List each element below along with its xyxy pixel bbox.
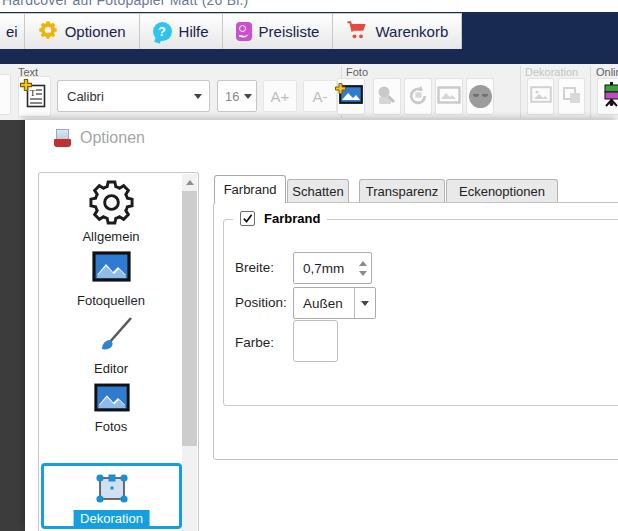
dialog-titlebar: Optionen <box>54 129 145 147</box>
app-logo-icon <box>54 129 71 147</box>
add-text-button[interactable]: T <box>18 76 51 117</box>
sidebar-label-fotos[interactable]: Fotos <box>39 419 183 434</box>
farbe-color-swatch[interactable] <box>293 320 338 362</box>
tab-transparenz[interactable]: Transparenz <box>359 179 445 203</box>
breite-value: 0,7mm <box>303 261 344 276</box>
rotate-icon <box>406 84 430 110</box>
sidebar-item-dekoration[interactable]: Dekoration <box>41 463 182 529</box>
tab-eckenoptionen-label: Eckenoptionen <box>459 184 545 199</box>
add-photo-icon <box>339 85 363 108</box>
decoration-shapes-button[interactable] <box>558 78 585 115</box>
plus-badge-icon <box>20 77 32 95</box>
options-button-label: Optionen <box>65 23 126 40</box>
tab-farbrand[interactable]: Farbrand <box>214 175 286 203</box>
rotate-photo-button[interactable] <box>404 78 432 115</box>
gear-icon <box>38 20 58 43</box>
help-button-label: Hilfe <box>179 23 209 40</box>
file-button[interactable]: ei <box>0 14 25 49</box>
ribbon-divider <box>520 66 521 118</box>
scrollbar-thumb[interactable] <box>182 191 197 446</box>
decoration-image-button[interactable] <box>527 78 554 115</box>
sidebar-scrollbar[interactable] <box>182 174 197 531</box>
farbrand-groupbox: Farbrand Breite: 0,7mm Position: Außen F… <box>223 219 618 406</box>
help-button[interactable]: ? Hilfe <box>140 14 223 49</box>
font-increase-label: A+ <box>271 88 290 105</box>
farbe-label: Farbe: <box>235 335 274 350</box>
pricelist-button-label: Preisliste <box>259 23 320 40</box>
farbrand-group-label: Farbrand <box>264 211 320 226</box>
tab-eckenoptionen[interactable]: Eckenoptionen <box>446 179 558 203</box>
options-sidebar: Allgemein Fotoquellen Editor Fotos <box>38 172 199 531</box>
font-increase-button[interactable]: A+ <box>263 80 297 112</box>
price-tag-icon <box>236 22 252 41</box>
scroll-up-arrow-icon[interactable] <box>182 174 197 190</box>
farbrand-groupbox-legend: Farbrand <box>233 211 327 226</box>
edit-photo-icon <box>375 84 399 110</box>
plus-badge-icon <box>335 80 346 98</box>
sidebar-item-fotoquellen[interactable] <box>92 251 131 286</box>
chevron-down-icon <box>187 81 209 111</box>
photo-frame-button[interactable] <box>435 78 463 115</box>
tab-schatten-label: Schatten <box>292 184 343 199</box>
help-icon: ? <box>153 22 172 41</box>
shopping-cart-icon <box>346 20 368 43</box>
shapes-icon <box>561 85 583 109</box>
font-decrease-button[interactable]: A- <box>303 80 337 112</box>
sidebar-item-editor[interactable] <box>91 315 135 363</box>
pricelist-button[interactable]: Preisliste <box>223 14 334 49</box>
gear-icon <box>88 212 135 229</box>
selection-frame-icon <box>91 469 133 513</box>
position-value: Außen <box>303 296 343 311</box>
add-text-icon: T <box>24 82 46 112</box>
ribbon-divider <box>590 66 591 118</box>
tab-farbrand-label: Farbrand <box>224 182 277 197</box>
window-title: Hardcover auf Fotopapier Matt (26 Bl.) <box>0 0 618 12</box>
sidebar-label-fotoquellen[interactable]: Fotoquellen <box>39 293 183 308</box>
chevron-down-icon <box>354 288 375 318</box>
position-select[interactable]: Außen <box>293 287 376 319</box>
font-family-value: Calibri <box>67 89 104 104</box>
smiley-face-icon <box>469 85 492 108</box>
photo-effects-button[interactable] <box>466 78 494 115</box>
font-decrease-label: A- <box>313 88 328 105</box>
brush-icon <box>91 345 135 362</box>
font-size-value: 16 <box>225 89 239 104</box>
workspace-background <box>0 120 25 531</box>
edit-photo-button[interactable] <box>373 78 401 115</box>
file-button-label: ei <box>6 23 18 40</box>
chevron-down-icon <box>240 81 256 111</box>
online-button[interactable] <box>597 78 618 115</box>
online-presentation-icon <box>602 82 618 111</box>
sidebar-label-allgemein[interactable]: Allgemein <box>39 229 183 244</box>
image-icon <box>94 398 130 415</box>
ribbon-group-photo-label: Foto <box>346 66 368 78</box>
ribbon-clipped-button[interactable] <box>0 74 11 115</box>
cart-button[interactable]: Warenkorb <box>333 14 462 49</box>
font-size-select[interactable]: 16 <box>217 80 257 112</box>
options-dialog: Optionen Allgemein Fotoquellen Editor <box>25 120 618 531</box>
sidebar-label-dekoration: Dekoration <box>73 510 150 527</box>
ribbon: Text T Calibri 16 A+ A- Foto <box>0 64 618 120</box>
frame-icon <box>437 86 461 108</box>
add-photo-button[interactable] <box>337 78 365 115</box>
font-family-select[interactable]: Calibri <box>57 80 210 112</box>
ribbon-group-decoration-label: Dekoration <box>525 66 578 78</box>
farbrand-checkbox[interactable] <box>240 211 255 226</box>
position-label: Position: <box>235 295 287 310</box>
check-icon <box>242 213 253 224</box>
dialog-title: Optionen <box>80 129 145 147</box>
tab-transparenz-label: Transparenz <box>366 184 439 199</box>
sidebar-item-allgemein[interactable] <box>88 179 135 230</box>
options-button[interactable]: Optionen <box>25 14 140 49</box>
tab-schatten[interactable]: Schatten <box>287 179 349 203</box>
image-icon <box>92 268 131 285</box>
cart-button-label: Warenkorb <box>375 23 448 40</box>
main-toolbar: ei Optionen ? Hilfe Preisliste Warenkorb <box>0 13 462 49</box>
sidebar-item-fotos[interactable] <box>94 383 130 416</box>
image-icon <box>530 86 552 107</box>
spinner-arrows-icon[interactable] <box>359 253 367 283</box>
sidebar-label-editor[interactable]: Editor <box>39 361 183 376</box>
breite-label: Breite: <box>235 260 274 275</box>
breite-spinner[interactable]: 0,7mm <box>293 252 372 284</box>
ribbon-group-online-label: Online <box>596 66 618 78</box>
